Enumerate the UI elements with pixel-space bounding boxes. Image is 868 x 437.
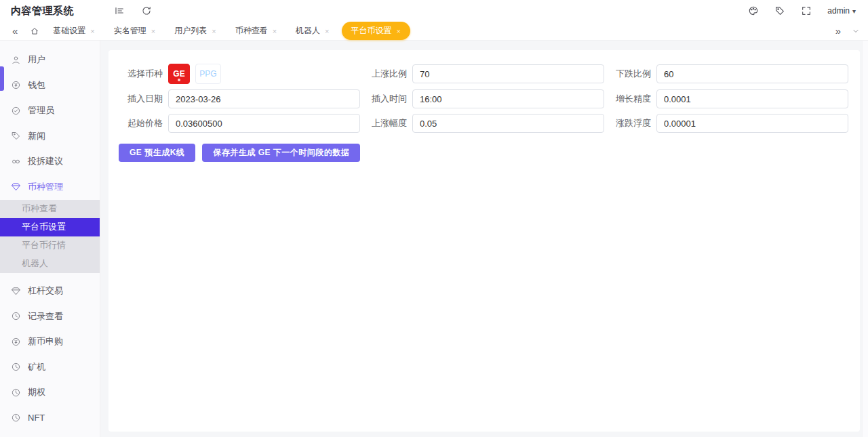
close-icon[interactable]: × (325, 27, 329, 35)
tabs-menu-chevron-down-icon[interactable] (852, 27, 860, 35)
gem-icon (11, 286, 21, 296)
vertical-scrollbar[interactable] (862, 41, 868, 437)
fullscreen-icon[interactable] (801, 5, 812, 16)
tag-icon (11, 131, 21, 141)
feedback-loops-icon (11, 157, 21, 167)
sidebar-item-records-view[interactable]: 记录查看 (0, 304, 100, 329)
field-label-rise-range: 上涨幅度 (363, 117, 407, 129)
field-label-insert-time: 插入时间 (363, 93, 407, 105)
selected-dot (178, 79, 180, 81)
history-icon (11, 362, 21, 372)
save-and-generate-next-period-button[interactable]: 保存并生成 GE 下一个时间段的数据 (202, 144, 360, 162)
tab-platform-coin-settings[interactable]: 平台币设置 × (342, 22, 410, 40)
sidebar-subitem-robot[interactable]: 机器人 (0, 255, 100, 273)
fluctuation-input[interactable] (656, 114, 848, 133)
insert-date-input[interactable] (168, 89, 360, 108)
refresh-icon[interactable] (141, 5, 152, 16)
field-label-coin-select: 选择币种 (108, 68, 163, 80)
rise-range-input[interactable] (412, 114, 604, 133)
wallet-yen-icon (11, 80, 21, 90)
settings-form-card: 选择币种 GE PPG 上涨比例 下跌比例 (108, 50, 860, 432)
theme-palette-icon[interactable] (748, 5, 759, 16)
insert-time-input[interactable] (412, 89, 604, 108)
sidebar-scrollbar-thumb[interactable] (0, 66, 4, 91)
platform-coin-form: 选择币种 GE PPG 上涨比例 下跌比例 (108, 50, 860, 162)
sidebar-item-wallet[interactable]: 钱包 (0, 72, 100, 98)
growth-precision-input[interactable] (656, 89, 848, 108)
app-window: 内容管理系统 admin ▾ (0, 0, 868, 437)
close-icon[interactable]: × (273, 27, 277, 35)
sidebar-nav: 设置 用户 钱包 管理员 新闻 投拆建议 (0, 22, 100, 437)
tab-basic-settings[interactable]: 基础设置 × (46, 22, 101, 39)
sidebar-item-nft[interactable]: NFT (0, 405, 100, 431)
admin-username: admin (827, 6, 850, 16)
collapse-sidebar-icon[interactable] (114, 5, 125, 16)
caret-down-icon: ▾ (852, 7, 856, 15)
coin-option-ppg-button[interactable]: PPG (195, 64, 221, 84)
history-icon (11, 413, 21, 423)
history-icon (11, 311, 21, 321)
sidebar-item-news[interactable]: 新闻 (0, 123, 100, 149)
tabs-scroll-right-icon[interactable]: » (835, 26, 841, 36)
tag-icon[interactable] (774, 5, 785, 16)
admin-dropdown[interactable]: admin ▾ (827, 6, 856, 16)
tab-coin-view[interactable]: 币种查看 × (229, 22, 283, 39)
tab-bar: « 基础设置 × 实名管理 × 用户列表 × 币种查看 × 机器 (0, 22, 868, 41)
sidebar-subitem-coin-view[interactable]: 币种查看 (0, 200, 100, 218)
field-label-start-price: 起始价格 (108, 117, 163, 129)
rise-ratio-input[interactable] (412, 64, 604, 83)
tabs-scroll-left-icon[interactable]: « (12, 26, 18, 36)
field-label-insert-date: 插入日期 (108, 93, 163, 105)
home-tab-icon[interactable] (30, 26, 39, 36)
start-price-input[interactable] (168, 114, 360, 133)
wallet-yen-icon (11, 337, 21, 347)
sidebar-item-leverage-trading[interactable]: 杠杆交易 (0, 278, 100, 304)
sidebar-item-new-coin-subscription[interactable]: 新币申购 (0, 329, 100, 355)
sidebar-item-users[interactable]: 用户 (0, 47, 100, 73)
tab-realname-management[interactable]: 实名管理 × (107, 22, 162, 39)
sidebar-subitem-platform-coin-market[interactable]: 平台币行情 (0, 236, 100, 255)
tab-user-list[interactable]: 用户列表 × (167, 22, 222, 39)
tab-robot[interactable]: 机器人 × (289, 22, 336, 39)
app-title: 内容管理系统 (0, 5, 100, 18)
close-icon[interactable]: × (90, 27, 94, 35)
field-label-fall-ratio: 下跌比例 (608, 68, 651, 80)
field-label-rise-ratio: 上涨比例 (363, 68, 407, 80)
check-circle-icon (11, 106, 21, 116)
sidebar-item-administrators[interactable]: 管理员 (0, 98, 100, 124)
sidebar-item-coin-management[interactable]: 币种管理 (0, 174, 100, 200)
sidebar-item-options[interactable]: 期权 (0, 380, 100, 406)
gem-icon (11, 182, 21, 192)
sidebar-subitem-platform-coin-settings[interactable]: 平台币设置 (0, 218, 100, 236)
close-icon[interactable]: × (397, 27, 401, 35)
close-icon[interactable]: × (212, 27, 216, 35)
sidebar-item-feedback[interactable]: 投拆建议 (0, 149, 100, 175)
sidebar-item-mining-machine[interactable]: 矿机 (0, 354, 100, 380)
top-header: 内容管理系统 admin ▾ (0, 0, 868, 22)
history-icon (11, 388, 21, 398)
close-icon[interactable]: × (151, 27, 155, 35)
pregenerate-kline-button[interactable]: GE 预生成K线 (119, 144, 195, 162)
user-icon (11, 55, 21, 65)
fall-ratio-input[interactable] (656, 64, 848, 83)
field-label-growth-precision: 增长精度 (608, 93, 651, 105)
coin-option-ge-button[interactable]: GE (168, 64, 190, 84)
field-label-fluctuation: 涨跌浮度 (608, 117, 651, 129)
main-content: 选择币种 GE PPG 上涨比例 下跌比例 (100, 41, 868, 437)
